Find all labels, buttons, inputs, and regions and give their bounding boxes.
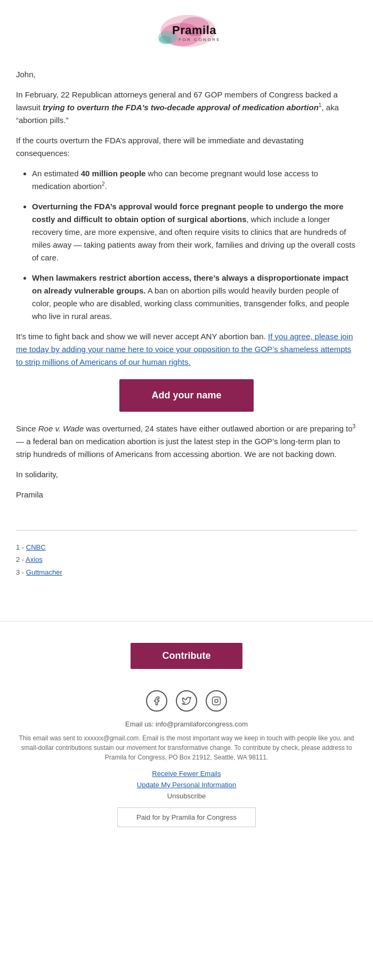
social-icons	[16, 690, 357, 712]
bullet-list: An estimated 40 million people who can b…	[32, 167, 357, 323]
footnote2-num: 2 -	[16, 556, 26, 564]
footnote1-num: 1 -	[16, 543, 26, 551]
twitter-icon[interactable]	[176, 690, 197, 712]
paid-by-container: Paid for by Pramila for Congress	[16, 807, 357, 827]
footnote3-link[interactable]: Guttmacher	[26, 568, 62, 576]
para1-bold-italic: trying to overturn the FDA's two-decade …	[43, 103, 319, 112]
fewer-emails-link[interactable]: Receive Fewer Emails	[152, 770, 221, 778]
footnote1-link[interactable]: CNBC	[26, 543, 46, 551]
cta-paragraph: It’s time to fight back and show we will…	[16, 330, 357, 369]
bullet1-bold: 40 million people	[81, 169, 146, 178]
svg-point-8	[215, 699, 218, 703]
logo: Pramila FOR CONGRESS	[152, 11, 221, 56]
update-info-link[interactable]: Update My Personal Information	[137, 781, 236, 789]
email-header: Pramila FOR CONGRESS	[0, 0, 373, 63]
since-end2: — a federal ban on medication abortion i…	[16, 437, 340, 459]
footnote-1: 1 - CNBC	[16, 541, 357, 553]
email-wrapper: Pramila FOR CONGRESS John, In February, …	[0, 0, 373, 838]
signature: Pramila	[16, 488, 357, 501]
bullet-item-1: An estimated 40 million people who can b…	[32, 167, 357, 193]
email-content: John, In February, 22 Republican attorne…	[0, 63, 373, 519]
footer-link-update-info: Update My Personal Information	[16, 781, 357, 789]
bullet1-period: .	[104, 182, 107, 191]
footnotes: 1 - CNBC 2 - Axios 3 - Guttmacher	[0, 541, 373, 578]
contribute-btn-container: Contribute	[16, 643, 357, 680]
since-sup: 3	[353, 423, 356, 429]
since-italic: Roe v. Wade	[38, 424, 84, 433]
footer-spacer	[0, 578, 373, 621]
cta-normal: It’s time to fight back and show we will…	[16, 332, 268, 341]
facebook-icon[interactable]	[146, 690, 167, 712]
svg-text:Pramila: Pramila	[172, 23, 216, 37]
paragraph-1: In February, 22 Republican attorneys gen…	[16, 88, 357, 127]
svg-rect-7	[213, 697, 221, 705]
greeting: John,	[16, 68, 357, 81]
instagram-icon[interactable]	[206, 690, 227, 712]
bullet1-normal: An estimated	[32, 169, 81, 178]
footnote-2: 2 - Axios	[16, 553, 357, 566]
email-footer: Contribute Email us: info@pr	[0, 621, 373, 838]
bullet-item-3: When lawmakers restrict abortion access,…	[32, 272, 357, 323]
add-name-btn-container: Add your name	[16, 379, 357, 412]
since-end1: was overturned, 24 states have either ou…	[84, 424, 352, 433]
svg-text:FOR CONGRESS: FOR CONGRESS	[179, 37, 221, 42]
paid-by-box: Paid for by Pramila for Congress	[117, 807, 256, 827]
footer-unsubscribe: Unsubscribe	[16, 792, 357, 800]
since-normal: Since	[16, 424, 38, 433]
bullet-item-2: Overturning the FDA’s approval would for…	[32, 200, 357, 264]
contribute-button[interactable]: Contribute	[131, 643, 243, 669]
svg-point-4	[159, 36, 172, 44]
footnote2-link[interactable]: Axios	[26, 556, 43, 564]
since-paragraph: Since Roe v. Wade was overturned, 24 sta…	[16, 422, 357, 461]
add-name-button[interactable]: Add your name	[119, 379, 253, 412]
footnote-3: 3 - Guttmacher	[16, 566, 357, 578]
footnote3-num: 3 -	[16, 568, 26, 576]
content-divider	[16, 530, 357, 530]
footer-link-fewer-emails: Receive Fewer Emails	[16, 770, 357, 778]
footer-email: Email us: info@pramilaforcongress.com	[16, 720, 357, 728]
paragraph-2: If the courts overturn the FDA’s approva…	[16, 134, 357, 160]
footer-disclaimer: This email was sent to xxxxxx@gmail.com.…	[16, 733, 357, 762]
svg-point-9	[218, 698, 219, 699]
solidarity: In solidarity,	[16, 468, 357, 481]
